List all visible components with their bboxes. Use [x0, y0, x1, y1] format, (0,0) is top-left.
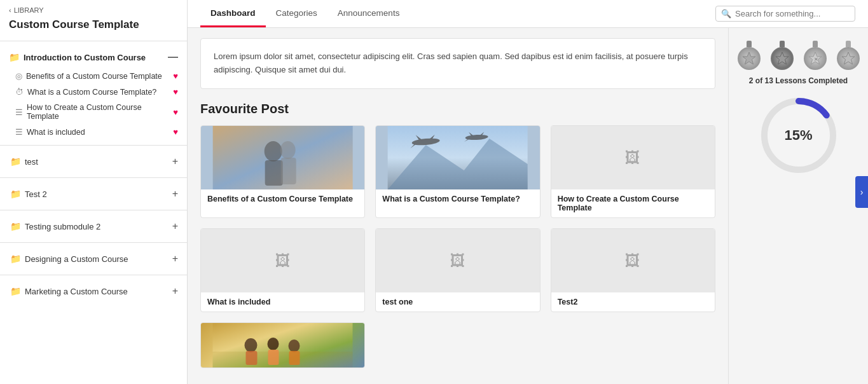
- post-img-svg-planes: [376, 126, 539, 189]
- progress-percent-label: 15%: [784, 127, 812, 144]
- post-title-how-to: How to Create a Custom Course Template: [551, 189, 715, 217]
- post-card-included[interactable]: 🖼 What is included: [200, 228, 365, 312]
- search-icon: 🔍: [721, 9, 731, 18]
- progress-circle: 15%: [757, 94, 840, 177]
- svg-rect-2: [265, 160, 283, 186]
- post-title-benefits: Benefits of a Custom Course Template: [201, 189, 364, 209]
- module-test[interactable]: 📁 test +: [0, 151, 187, 172]
- folder-icon-marketing: 📁: [10, 286, 21, 296]
- circle-icon: ◎: [15, 71, 22, 81]
- svg-point-19: [267, 338, 279, 350]
- lesson-how-to-label: How to Create a Custom Course Template: [27, 103, 173, 121]
- divider-2: [0, 145, 187, 146]
- lesson-included-label: What is included: [27, 128, 85, 137]
- folder-icon: 📁: [9, 52, 20, 62]
- sidebar: ‹ LIBRARY Custom Course Template 📁 Intro…: [0, 0, 188, 384]
- placeholder-icon-2: 🖼: [275, 252, 291, 270]
- post-img-benefits: [201, 126, 364, 189]
- plus-icon-sub2: +: [172, 221, 178, 232]
- tab-categories[interactable]: Categories: [266, 1, 327, 27]
- post-img-svg-couple: [201, 126, 364, 189]
- divider-3: [0, 177, 187, 178]
- placeholder-icon-1: 🖼: [625, 149, 640, 167]
- post-title-included: What is included: [201, 292, 364, 312]
- plus-icon-marketing: +: [172, 285, 178, 297]
- lesson-included[interactable]: ☰ What is included ♥: [0, 124, 187, 140]
- doc-icon: ☰: [15, 107, 23, 117]
- post-img-included: 🖼: [201, 229, 364, 292]
- placeholder-icon-4: 🖼: [625, 252, 640, 270]
- module-test2[interactable]: 📁 Test 2 +: [0, 183, 187, 205]
- folder-icon-test: 📁: [10, 156, 21, 167]
- post-img-planes: [376, 126, 539, 189]
- post-card-how-to[interactable]: 🖼 How to Create a Custom Course Template: [551, 125, 715, 218]
- library-link[interactable]: ‹ LIBRARY: [9, 6, 178, 14]
- post-img-test2: 🖼: [551, 229, 715, 292]
- svg-marker-23: [743, 52, 755, 64]
- intro-box: Lorem ipsum dolor sit amet, consectetur …: [200, 38, 715, 89]
- right-panel: ✕ 2 of 13 Lessons Completed: [728, 28, 868, 384]
- svg-point-21: [288, 339, 300, 352]
- divider-6: [0, 275, 187, 275]
- svg-marker-24: [776, 52, 789, 64]
- heart-icon-2: ♥: [173, 87, 178, 97]
- doc-icon-2: ☰: [15, 127, 23, 137]
- post-img-how-to: 🖼: [551, 126, 715, 189]
- tab-announcements[interactable]: Announcements: [327, 1, 410, 27]
- svg-rect-22: [289, 351, 300, 365]
- course-title: Custom Course Template: [9, 18, 178, 32]
- folder-icon-designing: 📁: [10, 254, 21, 264]
- content-area: Lorem ipsum dolor sit amet, consectetur …: [188, 28, 728, 384]
- plus-icon-test: +: [172, 156, 178, 167]
- module-marketing-label: Marketing a Custom Course: [25, 287, 128, 296]
- lessons-completed: 2 of 13 Lessons Completed: [749, 76, 848, 85]
- medal-2: [768, 38, 796, 70]
- module-intro-header[interactable]: 📁 Introduction to Custom Course —: [0, 46, 187, 68]
- favourite-post-section: Favourite Post: [200, 102, 715, 368]
- module-submodule2[interactable]: 📁 Testing submodule 2 +: [0, 216, 187, 237]
- lesson-benefits-label: Benefits of a Custom Course Template: [26, 72, 162, 81]
- module-intro-label: Introduction to Custom Course: [24, 53, 146, 62]
- medal-3: ✕: [801, 38, 829, 70]
- module-marketing[interactable]: 📁 Marketing a Custom Course +: [0, 280, 187, 302]
- svg-marker-27: [842, 52, 855, 64]
- heart-icon-3: ♥: [173, 107, 178, 117]
- plus-icon-designing: +: [172, 253, 178, 264]
- collapse-icon: —: [168, 51, 178, 63]
- post-card-benefits[interactable]: Benefits of a Custom Course Template: [200, 125, 365, 218]
- main-body: Lorem ipsum dolor sit amet, consectetur …: [188, 28, 868, 384]
- chevron-left-icon: ‹: [9, 6, 11, 14]
- post-card-what-is[interactable]: What is a Custom Course Template?: [375, 125, 540, 218]
- sidebar-header: ‹ LIBRARY Custom Course Template: [0, 0, 187, 36]
- top-nav: Dashboard Categories Announcements 🔍: [188, 0, 868, 28]
- module-test-label: test: [25, 157, 38, 167]
- panel-toggle-button[interactable]: ›: [855, 176, 868, 208]
- post-title-test-one: test one: [376, 292, 539, 312]
- lesson-what-is-label: What is a Custom Course Template?: [27, 88, 156, 97]
- post-card-test2[interactable]: 🖼 Test2: [551, 228, 715, 312]
- module-intro-lessons: ◎ Benefits of a Custom Course Template ♥…: [0, 68, 187, 140]
- medal-star-3: ✕: [808, 51, 823, 66]
- library-label: LIBRARY: [14, 6, 44, 14]
- main-content-area: Dashboard Categories Announcements 🔍 Lor…: [188, 0, 868, 384]
- divider-4: [0, 210, 187, 210]
- post-card-test-one[interactable]: 🖼 test one: [375, 228, 540, 312]
- clock-icon: ⏱: [15, 87, 24, 97]
- lesson-what-is[interactable]: ⏱ What is a Custom Course Template? ♥: [0, 84, 187, 100]
- medal-1: [735, 38, 763, 70]
- search-input[interactable]: [735, 9, 850, 18]
- lesson-benefits[interactable]: ◎ Benefits of a Custom Course Template ♥: [0, 68, 187, 84]
- medal-star-2: [775, 51, 790, 66]
- posts-grid: Benefits of a Custom Course Template: [200, 125, 715, 312]
- medal-4: [834, 38, 862, 70]
- module-designing[interactable]: 📁 Designing a Custom Course +: [0, 248, 187, 270]
- svg-rect-16: [212, 352, 352, 367]
- section-title: Favourite Post: [200, 102, 715, 116]
- heart-icon: ♥: [173, 71, 178, 81]
- post-card-bottom[interactable]: [200, 322, 365, 368]
- lesson-how-to[interactable]: ☰ How to Create a Custom Course Template…: [0, 100, 187, 124]
- folder-icon-test2: 📁: [10, 189, 21, 199]
- plus-icon-test2: +: [172, 188, 178, 200]
- placeholder-icon-3: 🖼: [450, 252, 465, 270]
- tab-dashboard[interactable]: Dashboard: [200, 1, 266, 27]
